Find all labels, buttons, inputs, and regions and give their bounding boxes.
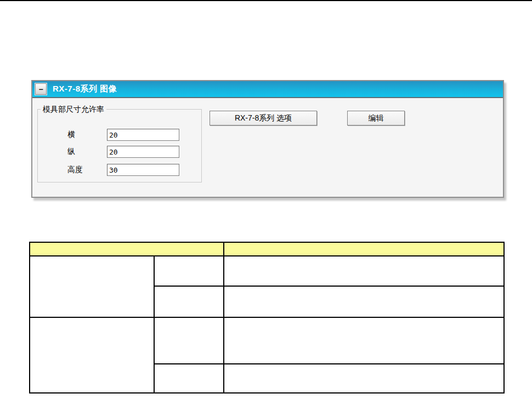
panel-titlebar: − RX-7-8系列 图像: [32, 81, 503, 98]
table-cell-group1-col1[interactable]: [30, 256, 154, 317]
table-cell[interactable]: [224, 364, 504, 393]
table-cell-group2-col1[interactable]: [30, 317, 154, 393]
top-divider-rule: [0, 0, 532, 1]
screen: − RX-7-8系列 图像 模具部尺寸允许率 横 纵 高度 RX-: [0, 0, 532, 405]
data-table: [29, 242, 505, 393]
table-cell[interactable]: [154, 256, 224, 286]
horizontal-label: 横: [67, 130, 107, 140]
table-cell[interactable]: [224, 286, 504, 317]
field-row-horizontal: 横: [67, 129, 179, 141]
height-label: 高度: [67, 165, 107, 175]
table-cell[interactable]: [154, 286, 224, 317]
horizontal-input[interactable]: [107, 129, 179, 141]
vertical-label: 纵: [67, 147, 107, 157]
vertical-input[interactable]: [107, 146, 179, 158]
table-header-cell-left: [30, 242, 224, 256]
panel-title: RX-7-8系列 图像: [53, 84, 117, 94]
table-header-cell-right: [224, 242, 504, 256]
rx78-image-panel: − RX-7-8系列 图像 模具部尺寸允许率 横 纵 高度 RX-: [31, 80, 504, 198]
table-header-row: [30, 242, 504, 256]
mold-size-allowance-groupbox: 模具部尺寸允许率 横 纵 高度: [37, 109, 202, 182]
rx78-options-button[interactable]: RX-7-8系列 选项: [210, 111, 317, 126]
table-cell[interactable]: [224, 256, 504, 286]
height-input[interactable]: [107, 164, 179, 176]
table-row: [30, 317, 504, 364]
table-row: [30, 256, 504, 286]
edit-button[interactable]: 编辑: [347, 111, 405, 126]
panel-body: 模具部尺寸允许率 横 纵 高度 RX-7-8系列 选项 编辑: [32, 98, 503, 196]
table-cell[interactable]: [154, 317, 224, 364]
groupbox-title: 模具部尺寸允许率: [41, 105, 106, 113]
collapse-minus-icon[interactable]: −: [35, 83, 47, 95]
field-row-vertical: 纵: [67, 146, 179, 158]
field-row-height: 高度: [67, 164, 179, 176]
table-cell[interactable]: [224, 317, 504, 364]
table-cell[interactable]: [154, 364, 224, 393]
